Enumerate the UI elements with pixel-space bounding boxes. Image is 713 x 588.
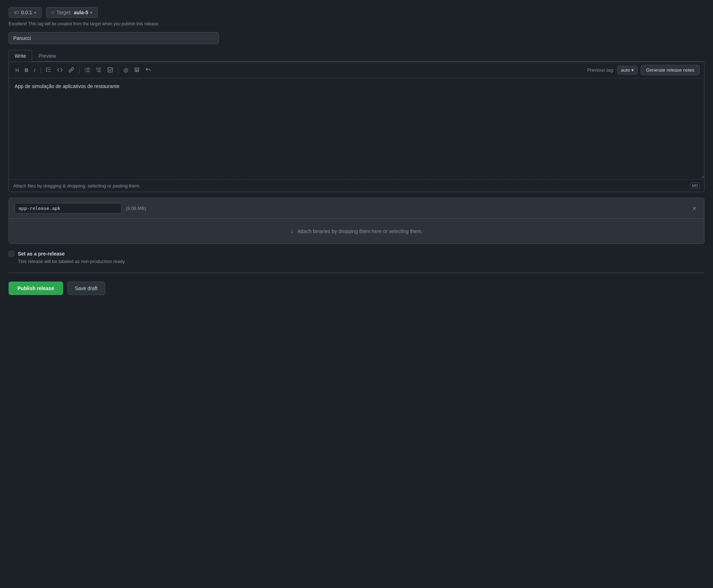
release-title-input[interactable] — [9, 32, 219, 44]
toolbar-sep-1 — [40, 67, 41, 73]
code-icon — [57, 67, 63, 73]
attachments-section: (9.08 MB) × ↓ Attach binaries by droppin… — [9, 198, 704, 244]
previous-tag-dropdown[interactable]: auto ▾ — [617, 66, 638, 74]
reference-icon — [134, 67, 140, 73]
tab-preview[interactable]: Preview — [32, 50, 62, 62]
attachment-size: (9.08 MB) — [126, 206, 146, 211]
ordered-list-icon — [46, 67, 51, 73]
pre-release-label[interactable]: Set as a pre-release — [9, 251, 704, 257]
toolbar-heading-btn[interactable]: H — [13, 66, 21, 74]
target-button[interactable]: ⑂ Target: aula-5 ▾ — [46, 7, 98, 18]
save-draft-button[interactable]: Save draft — [67, 282, 105, 295]
action-buttons: Publish release Save draft — [9, 282, 704, 295]
pre-release-checkbox[interactable] — [9, 251, 14, 257]
attach-files-text: Attach files by dragging & dropping, sel… — [13, 183, 140, 189]
toolbar-numbered-list-btn[interactable] — [94, 66, 104, 75]
drop-binaries-text: Attach binaries by dropping them here or… — [297, 228, 422, 234]
tab-write[interactable]: Write — [9, 50, 32, 62]
toolbar-undo-btn[interactable] — [143, 66, 153, 75]
previous-tag-label: Previous tag: — [587, 67, 614, 73]
toolbar-task-list-btn[interactable] — [105, 66, 115, 75]
target-chevron-icon: ▾ — [90, 10, 92, 15]
attachment-name-input[interactable] — [15, 203, 122, 213]
editor-textarea[interactable]: App de simulação de aplicativos de resta… — [9, 78, 704, 178]
branch-icon: ⑂ — [51, 10, 54, 15]
previous-tag-value: auto — [621, 67, 630, 73]
previous-tag-chevron: ▾ — [631, 67, 634, 73]
toolbar-bold-btn[interactable]: B — [22, 66, 30, 74]
publish-release-button[interactable]: Publish release — [9, 282, 63, 295]
toolbar-sep-3 — [118, 67, 118, 73]
attachment-remove-button[interactable]: × — [690, 205, 698, 212]
help-text: Excellent! This tag will be created from… — [9, 21, 704, 26]
drop-binaries-area[interactable]: ↓ Attach binaries by dropping them here … — [9, 219, 704, 243]
toolbar-ordered-list-btn[interactable] — [43, 66, 53, 75]
numbered-list-icon — [96, 67, 102, 73]
editor-toolbar: H B I — [9, 62, 704, 78]
undo-icon — [145, 67, 151, 73]
attachment-item: (9.08 MB) × — [9, 198, 704, 219]
toolbar-right: Previous tag: auto ▾ Generate release no… — [587, 65, 700, 75]
toolbar-mention-btn[interactable]: @ — [121, 66, 130, 74]
link-icon — [68, 67, 74, 73]
pre-release-description: This release will be labeled as non-prod… — [18, 259, 704, 264]
editor-container: H B I — [9, 62, 704, 192]
toolbar-unordered-list-btn[interactable] — [82, 66, 92, 75]
tag-value: 0.0.1 — [21, 10, 32, 15]
target-label: Target: — [56, 10, 72, 15]
toolbar-code-btn[interactable] — [55, 66, 65, 75]
pre-release-section: Set as a pre-release This release will b… — [9, 251, 704, 273]
toolbar-italic-btn[interactable]: I — [32, 66, 37, 74]
drop-arrow-icon: ↓ — [291, 227, 294, 235]
tag-chevron-icon: ▾ — [34, 10, 36, 15]
markdown-icon: MD — [690, 182, 700, 189]
tag-button[interactable]: 🏷 0.0.1 ▾ — [9, 7, 42, 18]
task-list-icon — [107, 67, 113, 73]
target-branch: aula-5 — [74, 10, 88, 15]
toolbar-reference-btn[interactable] — [132, 66, 142, 75]
generate-release-notes-button[interactable]: Generate release notes — [641, 65, 700, 75]
tag-target-row: 🏷 0.0.1 ▾ ⑂ Target: aula-5 ▾ — [9, 7, 704, 18]
toolbar-sep-2 — [79, 67, 79, 73]
tab-bar: Write Preview — [9, 50, 704, 62]
tag-icon: 🏷 — [14, 10, 19, 15]
toolbar-link-btn[interactable] — [66, 66, 76, 75]
pre-release-title: Set as a pre-release — [18, 251, 65, 257]
attach-files-bar: Attach files by dragging & dropping, sel… — [9, 179, 704, 192]
unordered-list-icon — [84, 67, 90, 73]
